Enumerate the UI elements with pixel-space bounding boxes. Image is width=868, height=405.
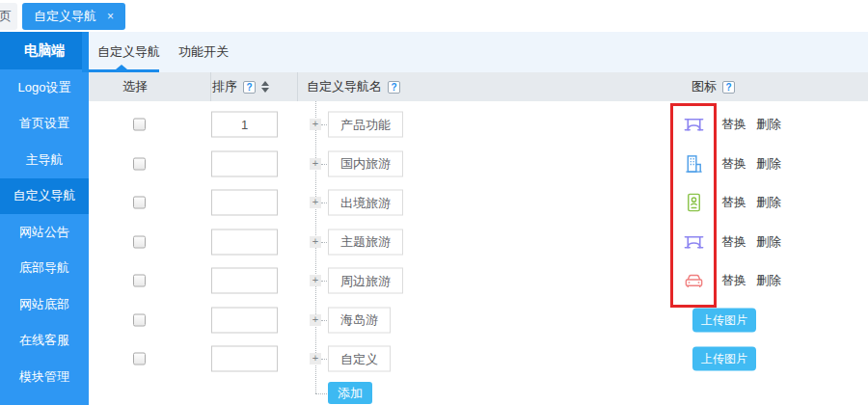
table-header: 选择 排序 ? 自定义导航名 ? 图标 ? [89,72,868,101]
table-row: +自定义上传图片 [89,339,868,379]
row-actions: 替换删除 [721,116,781,133]
table-row: +产品功能替换删除 [89,105,868,145]
sort-order-input[interactable] [211,268,278,294]
sidebar-item[interactable]: 在线客服 [0,323,89,360]
header-select: 选择 [122,78,148,95]
table-row: +周边旅游替换删除 [89,261,868,301]
delete-link[interactable]: 删除 [756,233,781,251]
row-checkbox[interactable] [133,275,146,287]
active-tab-caret-icon [116,65,127,69]
replace-link[interactable]: 替换 [721,155,746,173]
browser-tab-active[interactable]: 自定义导航 × [22,3,125,30]
sidebar-item[interactable]: 网站底部 [0,286,89,323]
content-tab-strip: 自定义导航 功能开关 [89,32,868,72]
tree-expand-icon[interactable]: + [310,275,321,286]
replace-link[interactable]: 替换 [721,233,746,251]
row-actions: 替换删除 [721,194,781,211]
sidebar-item[interactable]: 主导航 [0,142,89,178]
nav-name-button[interactable]: 自定义 [328,346,391,372]
help-icon[interactable]: ? [388,81,400,94]
header-sort: 排序 [212,78,237,95]
sidebar-header: 电脑端 [0,32,89,69]
row-actions: 替换删除 [721,155,781,173]
bridge-icon [683,230,705,253]
delete-link[interactable]: 删除 [756,272,781,289]
replace-link[interactable]: 替换 [721,194,746,211]
row-checkbox[interactable] [133,157,146,170]
window-tab-bar: 页 自定义导航 × [0,0,868,32]
bridge-icon [683,114,705,136]
table-row: +出境旅游替换删除 [89,183,868,223]
delete-link[interactable]: 删除 [756,116,781,133]
sidebar-item[interactable]: 底部导航 [0,251,89,287]
sort-order-input[interactable] [211,229,278,255]
table-row: +主题旅游替换删除 [89,223,868,262]
help-icon[interactable]: ? [243,81,256,94]
table-body: 添加 +产品功能替换删除+国内旅游替换删除+出境旅游替换删除+主题旅游替换删除+… [89,101,868,405]
delete-link[interactable]: 删除 [756,194,781,211]
table-row: +国内旅游替换删除 [89,145,868,184]
tab-feature-switch[interactable]: 功能开关 [178,32,229,72]
sidebar-item[interactable]: 模块管理 [0,359,89,395]
tree-corner [315,393,327,394]
sort-order-input[interactable] [211,112,278,138]
header-nav-name: 自定义导航名 [307,78,382,95]
sort-order-input[interactable] [211,150,278,176]
row-checkbox[interactable] [133,313,146,326]
sidebar: 电脑端 Logo设置首页设置主导航自定义导航网站公告底部导航网站底部在线客服模块… [0,32,89,405]
tab-custom-nav[interactable]: 自定义导航 [97,32,160,72]
close-icon[interactable]: × [107,10,114,23]
sort-order-input[interactable] [211,307,278,333]
tree-expand-icon[interactable]: + [310,314,321,326]
tree-expand-icon[interactable]: + [310,158,321,170]
row-checkbox[interactable] [133,197,146,209]
nav-name-button[interactable]: 国内旅游 [328,150,403,176]
nav-name-button[interactable]: 周边旅游 [328,268,403,294]
replace-link[interactable]: 替换 [721,272,746,289]
car-icon [683,270,705,292]
row-actions: 替换删除 [721,233,781,251]
row-checkbox[interactable] [133,119,146,131]
row-actions: 替换删除 [721,272,781,289]
badge-icon [683,192,705,214]
upload-image-button[interactable]: 上传图片 [692,308,756,332]
help-icon[interactable]: ? [722,81,735,94]
column-divider [210,72,211,101]
browser-tab-partial[interactable]: 页 [0,3,17,30]
tree-expand-icon[interactable]: + [310,119,321,130]
sidebar-item[interactable]: 自定义导航 [0,178,89,215]
active-tab-accent [82,32,89,72]
sidebar-item[interactable]: 首页设置 [0,106,89,143]
sort-arrows-icon[interactable] [261,81,269,93]
nav-name-button[interactable]: 海岛游 [328,307,391,333]
replace-link[interactable]: 替换 [721,116,746,133]
row-checkbox[interactable] [133,353,146,365]
tree-expand-icon[interactable]: + [310,353,321,364]
sort-order-input[interactable] [211,346,278,372]
nav-name-button[interactable]: 产品功能 [328,112,403,138]
delete-link[interactable]: 删除 [756,155,781,173]
sidebar-item[interactable]: 子站管理 [0,395,89,405]
row-checkbox[interactable] [133,235,146,248]
upload-image-button[interactable]: 上传图片 [692,347,756,371]
main-content: 自定义导航 功能开关 选择 排序 ? 自定义导航名 ? 图标 ? 添加 [89,32,868,405]
table-row: +海岛游上传图片 [89,301,868,340]
nav-name-button[interactable]: 主题旅游 [328,229,403,255]
sidebar-item[interactable]: Logo设置 [0,69,89,106]
column-divider [297,72,298,101]
sort-order-input[interactable] [211,190,278,216]
tree-expand-icon[interactable]: + [310,236,321,248]
add-button[interactable]: 添加 [328,382,372,404]
active-tab-label: 自定义导航 [34,8,96,25]
tree-expand-icon[interactable]: + [310,197,321,208]
nav-name-button[interactable]: 出境旅游 [328,190,403,216]
building-icon [683,152,705,175]
sidebar-item[interactable]: 网站公告 [0,214,89,251]
header-icon: 图标 [692,78,717,95]
